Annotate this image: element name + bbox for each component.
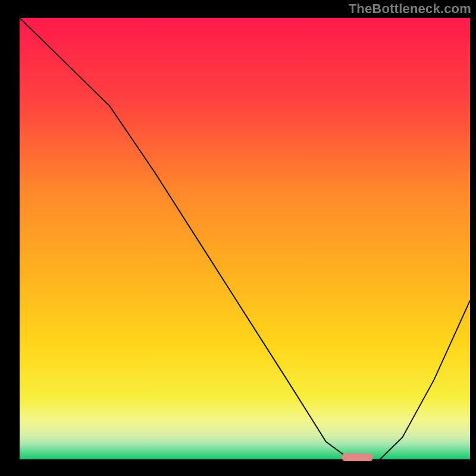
bottleneck-chart [0,0,476,476]
chart-container: TheBottleneck.com [0,0,476,476]
optimum-marker [342,453,373,461]
watermark-text: TheBottleneck.com [349,1,471,17]
